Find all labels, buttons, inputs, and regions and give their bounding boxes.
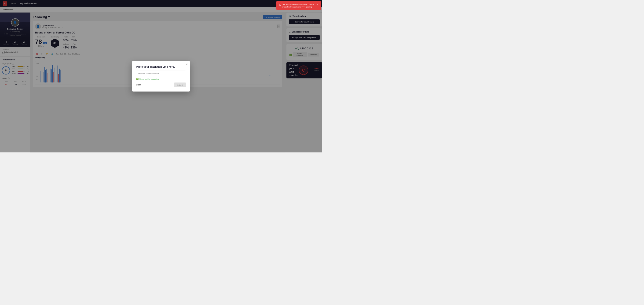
trackman-modal: Paste your Trackman Link here. ✕ ✅ Repor… — [132, 61, 190, 92]
error-toast: ⚠ The given trackman link is invalid. Pl… — [276, 1, 321, 10]
check-icon: ✅ — [136, 78, 138, 80]
toast-message: The given trackman link is invalid. Plea… — [282, 3, 316, 8]
modal-overlay[interactable]: Paste your Trackman Link here. ✕ ✅ Repor… — [0, 0, 322, 152]
toast-close-button[interactable]: ✕ — [317, 3, 319, 6]
modal-title: Paste your Trackman Link here. — [136, 65, 186, 68]
modal-close-button[interactable]: ✕ — [186, 63, 188, 66]
success-message: ✅ Report sent for processing — [136, 78, 186, 80]
submit-button[interactable]: Submit — [174, 82, 186, 87]
trackman-link-input[interactable] — [136, 71, 186, 76]
close-button[interactable]: Close — [136, 84, 141, 86]
modal-actions: Close Submit — [136, 82, 186, 87]
warning-icon: ⚠ — [279, 3, 281, 6]
